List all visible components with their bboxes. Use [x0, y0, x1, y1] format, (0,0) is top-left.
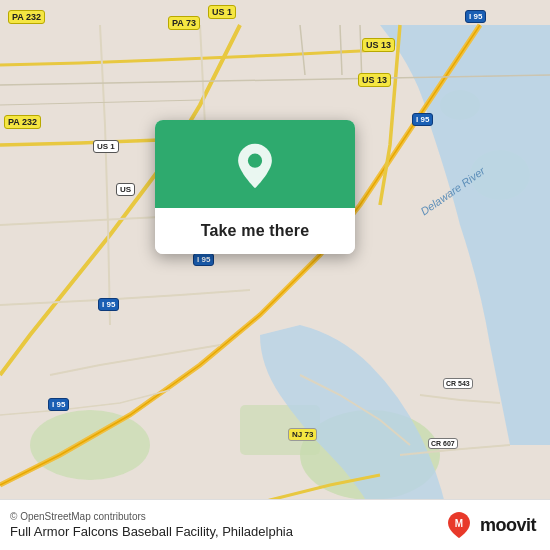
- road-label-cr607: CR 607: [428, 438, 458, 449]
- road-label-pa232-top: PA 232: [8, 10, 45, 24]
- road-label-nj73: NJ 73: [288, 428, 317, 441]
- svg-text:M: M: [455, 518, 463, 529]
- road-label-us1-mid: US 1: [93, 140, 119, 153]
- road-label-i95-right: I 95: [412, 113, 433, 126]
- popup-card: Take me there: [155, 120, 355, 254]
- map-container: PA 232 PA 73 US 1 US 13 I 95 PA 232 US 1…: [0, 0, 550, 550]
- svg-point-6: [248, 154, 262, 168]
- osm-attribution: © OpenStreetMap contributors: [10, 511, 293, 522]
- moovit-brand-text: moovit: [480, 515, 536, 536]
- bottom-left-info: © OpenStreetMap contributors Full Armor …: [10, 511, 293, 539]
- svg-point-1: [30, 410, 150, 480]
- place-name: Full Armor Falcons Baseball Facility, Ph…: [10, 524, 293, 539]
- road-label-i95-lower: I 95: [98, 298, 119, 311]
- moovit-logo: M moovit: [444, 510, 536, 540]
- take-me-there-button[interactable]: Take me there: [155, 208, 355, 254]
- road-label-pa73: PA 73: [168, 16, 200, 30]
- road-label-i95-top-right: I 95: [465, 10, 486, 23]
- road-label-i95-mid: I 95: [193, 253, 214, 266]
- road-label-us13-mid: US 13: [358, 73, 391, 87]
- map-background: [0, 0, 550, 550]
- road-label-us1-top: US 1: [208, 5, 236, 19]
- road-label-cr543: CR 543: [443, 378, 473, 389]
- popup-green-header: [155, 120, 355, 208]
- location-pin-icon: [231, 142, 279, 190]
- moovit-icon-svg: M: [444, 510, 474, 540]
- road-label-us-left: US: [116, 183, 135, 196]
- road-label-us13-top: US 13: [362, 38, 395, 52]
- bottom-bar: © OpenStreetMap contributors Full Armor …: [0, 499, 550, 550]
- road-label-pa232-left: PA 232: [4, 115, 41, 129]
- road-label-i95-sw: I 95: [48, 398, 69, 411]
